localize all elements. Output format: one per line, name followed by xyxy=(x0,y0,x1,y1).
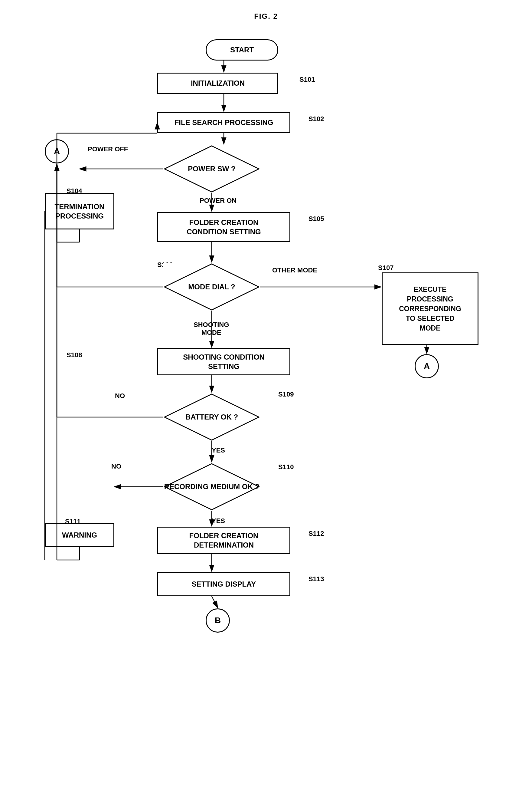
s106-node: MODE DIAL ? xyxy=(163,263,260,311)
s107-node: EXECUTE PROCESSING CORRESPONDING TO SELE… xyxy=(382,272,478,345)
power-on-label: POWER ON xyxy=(200,197,236,205)
no-medium-label: NO xyxy=(111,462,121,470)
connector-a2: A xyxy=(415,354,439,378)
power-off-label: POWER OFF xyxy=(88,145,128,153)
s113-node: SETTING DISPLAY xyxy=(157,572,290,596)
s105-label: S105 xyxy=(308,215,324,223)
s110-label: S110 xyxy=(278,463,294,471)
connector-b: B xyxy=(206,608,230,633)
s109-label: S109 xyxy=(278,390,294,398)
other-mode-label: OTHER MODE xyxy=(272,266,317,274)
s113-label: S113 xyxy=(308,575,324,583)
s108-node: SHOOTING CONDITION SETTING xyxy=(157,348,290,375)
s111-node: WARNING xyxy=(45,523,114,547)
connector-a1: A xyxy=(45,139,69,163)
s101-node: INITIALIZATION xyxy=(157,73,278,94)
s102-node: FILE SEARCH PROCESSING xyxy=(157,112,290,133)
s105-node: FOLDER CREATION CONDITION SETTING xyxy=(157,212,290,242)
s112-label: S112 xyxy=(308,530,324,538)
s108-label: S108 xyxy=(66,351,82,359)
start-node: START xyxy=(206,39,278,60)
svg-line-34 xyxy=(212,596,218,608)
s102-label: S102 xyxy=(308,115,324,123)
s110-node: RECORDING MEDIUM OK ? xyxy=(163,462,260,511)
s109-node: BATTERY OK ? xyxy=(163,393,260,441)
s112-node: FOLDER CREATION DETERMINATION xyxy=(157,527,290,554)
s103-node: POWER SW ? xyxy=(163,145,260,193)
shooting-mode-label: SHOOTING MODE xyxy=(194,321,229,337)
yes-battery-label: YES xyxy=(212,447,225,454)
yes-medium-label: YES xyxy=(212,517,225,525)
s101-label: S101 xyxy=(300,76,315,84)
figure-title: FIG. 2 xyxy=(254,12,278,21)
s104-node: TERMINATION PROCESSING xyxy=(45,193,114,230)
s107-label: S107 xyxy=(378,264,394,272)
no-battery-label: NO xyxy=(115,392,125,400)
flowchart-container: FIG. 2 START S101 INITIALIZATION S102 FI… xyxy=(0,0,532,800)
